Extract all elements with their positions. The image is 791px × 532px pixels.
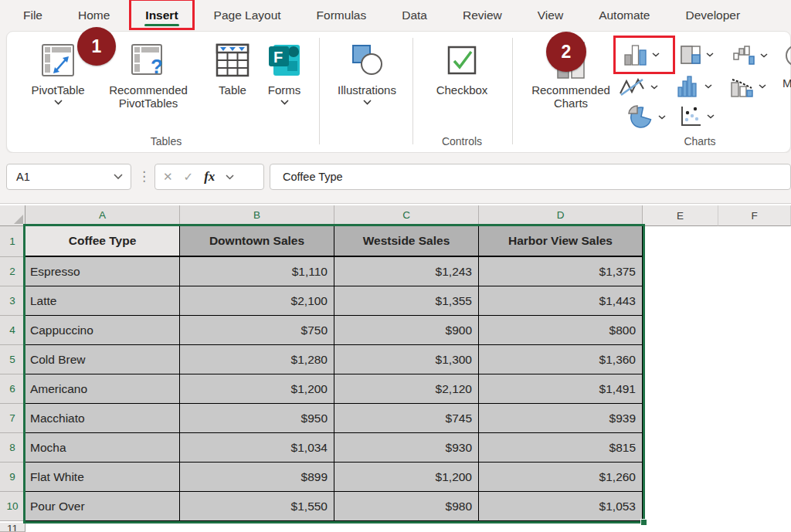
- cell-D3[interactable]: $1,443: [479, 286, 643, 316]
- enter-icon[interactable]: ✓: [184, 170, 194, 184]
- cell-B8[interactable]: $1,034: [180, 433, 334, 463]
- cell-A6[interactable]: Americano: [25, 374, 180, 404]
- cell-A10[interactable]: Pour Over: [25, 492, 180, 521]
- cell-D4[interactable]: $800: [479, 316, 643, 345]
- name-box-value: A1: [16, 171, 30, 183]
- checkbox-icon: [446, 41, 478, 80]
- forms-button[interactable]: F Forms: [257, 41, 311, 105]
- select-all-corner[interactable]: [0, 205, 25, 226]
- cell-D9[interactable]: $1,260: [479, 463, 643, 492]
- column-header-F[interactable]: F: [718, 205, 791, 226]
- tab-formulas[interactable]: Formulas: [306, 2, 378, 29]
- cell-C4[interactable]: $900: [334, 316, 479, 345]
- tables-group-label: Tables: [106, 135, 226, 147]
- insert-pie-chart-button[interactable]: [628, 105, 666, 129]
- row-header-11[interactable]: 11: [0, 523, 25, 532]
- insert-histogram-chart-button[interactable]: [677, 75, 712, 97]
- cell-C2[interactable]: $1,243: [334, 257, 479, 286]
- cell-A5[interactable]: Cold Brew: [25, 345, 180, 374]
- recommended-pivottables-line2: PivotTables: [119, 97, 178, 110]
- cell-B4[interactable]: $750: [180, 316, 334, 345]
- recommended-pivottables-label: Recommended PivotTables: [109, 83, 188, 110]
- cell-A4[interactable]: Cappuccino: [25, 316, 180, 345]
- row-header-3[interactable]: 3: [0, 286, 25, 316]
- cell-C5[interactable]: $1,300: [334, 345, 479, 374]
- cell-B9[interactable]: $899: [180, 463, 334, 492]
- cell-C8[interactable]: $930: [334, 433, 479, 463]
- column-header-B[interactable]: B: [180, 205, 334, 226]
- cell-D7[interactable]: $939: [479, 404, 643, 433]
- forms-icon: F: [267, 41, 301, 80]
- name-box[interactable]: A1: [6, 164, 131, 190]
- cell-C1[interactable]: Westside Sales: [334, 226, 479, 257]
- tab-review[interactable]: Review: [452, 2, 513, 29]
- chevron-down-icon: [363, 100, 372, 105]
- waterfall-chart-icon: [733, 46, 755, 66]
- tab-view[interactable]: View: [527, 2, 574, 29]
- insert-line-chart-button[interactable]: [619, 76, 658, 98]
- tab-developer[interactable]: Developer: [674, 2, 751, 29]
- insert-scatter-chart-button[interactable]: [680, 106, 715, 127]
- checkbox-button[interactable]: Checkbox: [429, 41, 495, 97]
- cell-A3[interactable]: Latte: [25, 286, 180, 316]
- table-icon: [215, 41, 250, 80]
- formula-input[interactable]: Coffee Type: [270, 164, 791, 190]
- chevron-down-icon: [704, 84, 712, 89]
- insert-combo-chart-button[interactable]: [730, 75, 766, 97]
- cell-D2[interactable]: $1,375: [479, 257, 643, 286]
- column-header-A[interactable]: A: [25, 205, 180, 226]
- cell-D5[interactable]: $1,360: [479, 345, 643, 374]
- cell-B1[interactable]: Downtown Sales: [180, 226, 334, 257]
- row-header-1[interactable]: 1: [0, 226, 25, 257]
- cancel-icon[interactable]: ✕: [163, 170, 173, 184]
- fill-handle[interactable]: [640, 519, 647, 526]
- cell-B6[interactable]: $1,200: [180, 374, 334, 404]
- chevron-down-icon: [114, 174, 123, 180]
- row-header-4[interactable]: 4: [0, 316, 25, 345]
- row-header-6[interactable]: 6: [0, 374, 25, 404]
- cell-A9[interactable]: Flat White: [25, 463, 180, 492]
- cell-A7[interactable]: Macchiato: [25, 404, 180, 433]
- row-header-2[interactable]: 2: [0, 257, 25, 286]
- cell-D8[interactable]: $815: [479, 433, 643, 463]
- column-header-C[interactable]: C: [334, 205, 479, 226]
- cell-C7[interactable]: $745: [334, 404, 479, 433]
- cell-B5[interactable]: $1,280: [180, 345, 334, 374]
- cell-A2[interactable]: Espresso: [25, 257, 180, 286]
- insert-function-icon[interactable]: fx: [204, 169, 215, 185]
- cell-C10[interactable]: $980: [334, 492, 479, 521]
- row-header-8[interactable]: 8: [0, 433, 25, 463]
- cell-B7[interactable]: $950: [180, 404, 334, 433]
- cell-C3[interactable]: $1,355: [334, 286, 479, 316]
- chevron-down-icon: [280, 100, 289, 105]
- cell-D10[interactable]: $1,053: [479, 492, 643, 521]
- tab-insert[interactable]: Insert: [134, 2, 188, 29]
- row-header-5[interactable]: 5: [0, 345, 25, 374]
- cell-D1[interactable]: Harbor View Sales: [479, 226, 643, 257]
- tab-automate[interactable]: Automate: [588, 2, 660, 29]
- column-header-E[interactable]: E: [643, 205, 718, 226]
- tab-data[interactable]: Data: [391, 2, 438, 29]
- cell-B3[interactable]: $2,100: [180, 286, 334, 316]
- tab-file[interactable]: File: [12, 2, 53, 29]
- tab-home[interactable]: Home: [67, 2, 121, 29]
- cell-C9[interactable]: $1,200: [334, 463, 479, 492]
- table-button[interactable]: Table: [203, 41, 262, 97]
- row-header-10[interactable]: 10: [0, 492, 25, 521]
- row-header-7[interactable]: 7: [0, 404, 25, 433]
- tab-page-layout[interactable]: Page Layout: [203, 2, 292, 29]
- cell-C6[interactable]: $2,120: [334, 374, 479, 404]
- insert-treemap-chart-button[interactable]: [681, 46, 714, 64]
- cell-D6[interactable]: $1,491: [479, 374, 643, 404]
- column-header-D[interactable]: D: [479, 205, 643, 226]
- cell-B2[interactable]: $1,110: [180, 257, 334, 286]
- illustrations-button[interactable]: Illustrations: [335, 41, 399, 105]
- more-options-icon[interactable]: ⋮: [137, 168, 151, 185]
- cell-A1[interactable]: Coffee Type: [25, 226, 180, 257]
- cell-B10[interactable]: $1,550: [180, 492, 334, 521]
- row-header-9[interactable]: 9: [0, 463, 25, 492]
- pivottable-label: PivotTable: [31, 83, 84, 97]
- insert-waterfall-chart-button[interactable]: [733, 46, 768, 66]
- cell-A8[interactable]: Mocha: [25, 433, 180, 463]
- illustrations-icon: [350, 41, 384, 80]
